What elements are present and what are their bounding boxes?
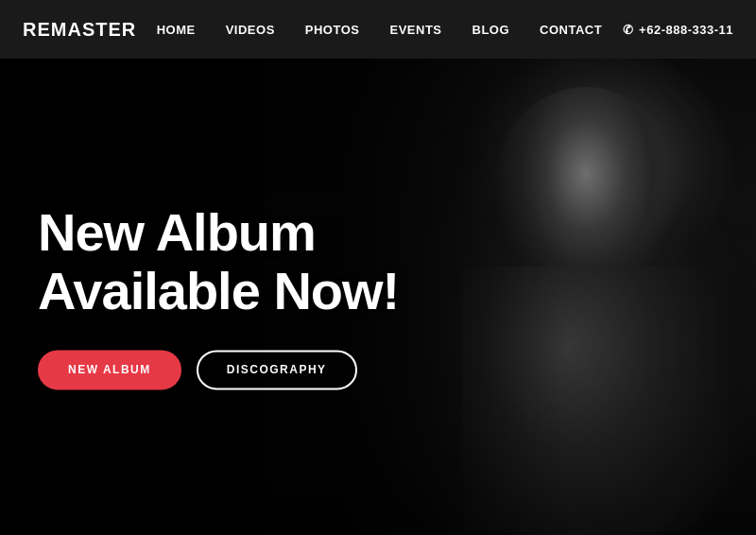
- hero-buttons: NEW ALBUM DISCOGRAPHY: [38, 351, 399, 390]
- nav-phone: ✆ +62-888-333-11: [623, 23, 733, 37]
- nav-events[interactable]: EVENTS: [389, 23, 441, 37]
- navbar: REMASTER HOME VIDEOS PHOTOS EVENTS BLOG …: [0, 0, 756, 59]
- hero-content: New Album Available Now! NEW ALBUM DISCO…: [38, 203, 399, 389]
- new-album-button[interactable]: NEW ALBUM: [38, 351, 181, 390]
- phone-number: +62-888-333-11: [639, 23, 733, 37]
- discography-button[interactable]: DISCOGRAPHY: [197, 351, 357, 390]
- hero-section: New Album Available Now! NEW ALBUM DISCO…: [0, 59, 756, 535]
- brand-logo[interactable]: REMASTER: [23, 19, 136, 41]
- nav-home[interactable]: HOME: [157, 23, 196, 37]
- phone-icon: ✆: [623, 23, 634, 37]
- nav-photos[interactable]: PHOTOS: [305, 23, 360, 37]
- nav-blog[interactable]: BLOG: [472, 23, 510, 37]
- nav-contact[interactable]: CONTACT: [540, 23, 602, 37]
- nav-links: HOME VIDEOS PHOTOS EVENTS BLOG CONTACT: [157, 21, 602, 38]
- nav-videos[interactable]: VIDEOS: [226, 23, 275, 37]
- hero-title: New Album Available Now!: [38, 203, 399, 319]
